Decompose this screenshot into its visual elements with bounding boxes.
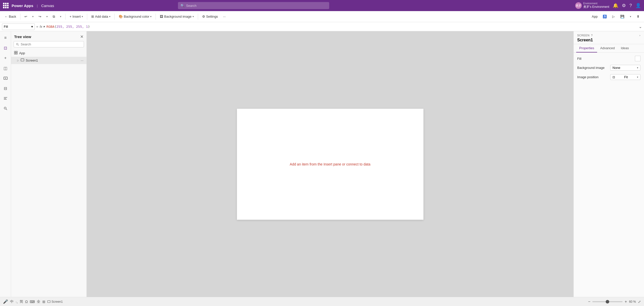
zoom-plus-button[interactable]: + [625,299,627,304]
keyboard-icon[interactable]: ⌨ [30,300,35,304]
save-dropdown[interactable]: ▾ [628,14,633,19]
tree-item-app[interactable]: App [11,49,86,57]
copy-chevron-icon: ▾ [60,15,61,18]
bg-color-label: Background color [124,15,149,18]
help-icon[interactable]: ? [629,3,632,8]
insert-plus-icon: + [70,15,72,18]
components-button[interactable]: ⊟ [1,84,10,93]
add-data-chevron-icon: ▾ [109,15,110,18]
copy-button[interactable]: ⧉ [51,14,57,20]
divider-2 [65,14,66,20]
back-label: Back [9,15,16,18]
redo-chevron-icon: ▾ [46,15,48,18]
img-position-value: Fit [624,75,628,79]
tree-view-title: Tree view [14,35,31,39]
screen-help-icon[interactable]: ? [591,34,593,37]
insert-button[interactable]: + Insert ▾ [68,14,85,19]
mic-icon[interactable]: 🎤 [3,299,8,304]
tab-ideas[interactable]: Ideas [618,44,632,52]
settings-icon[interactable]: ⚙ [622,3,626,8]
environment-block[interactable]: 勇罗 Environment 勇罗's Environment [575,2,609,9]
account-icon[interactable]: 👤 [635,3,641,8]
variables-button[interactable] [1,94,10,103]
fill-property-select[interactable]: Fill ▾ [2,23,35,30]
publish-icon: ⬆ [637,15,639,18]
chinese-icon-2[interactable]: 简 [20,299,23,304]
tree-search-bar[interactable] [14,41,84,47]
bottom-screen-name: Screen1 [51,300,63,303]
undo-dropdown[interactable]: ▾ [30,14,36,19]
notifications-icon[interactable]: 🔔 [613,3,618,8]
tree-search-icon [16,43,19,46]
formula-text[interactable]: RGBA(255, 255, 255, 1) [46,25,90,29]
zoom-value-label: 60 % [629,300,636,303]
zoom-minus-button[interactable]: − [588,299,590,304]
bg-image-label: Background image [164,15,191,18]
copy-icon: ⧉ [53,15,55,19]
fullwidth-icon[interactable]: 全 [37,299,40,304]
svg-rect-10 [21,59,24,61]
img-position-chevron-icon: ▾ [637,76,638,78]
tab-advanced[interactable]: Advanced [597,44,618,52]
bg-image-property-row: Background image None ▾ [577,65,640,71]
undo-button[interactable]: ↩ [22,14,29,19]
tree-close-button[interactable]: ✕ [80,34,83,39]
global-search-input[interactable] [186,4,327,8]
tab-properties[interactable]: Properties [576,44,597,52]
tree-search-input[interactable] [21,42,82,46]
svg-rect-11 [48,300,50,302]
settings-button[interactable]: ⚙ Settings [200,14,220,19]
media-button[interactable] [1,74,10,83]
fullscreen-icon[interactable]: ⤢ [638,300,641,304]
accessibility-button[interactable]: ♿ [601,14,609,19]
screen1-more-button[interactable]: ··· [81,59,83,62]
zoom-thumb[interactable] [606,300,609,303]
chinese-icon-1[interactable]: 中 [10,299,14,304]
zoom-slider[interactable] [592,301,623,302]
bottom-screen-label: Screen1 [47,300,63,303]
img-position-label: Image position [577,75,599,79]
undo-icon: ↩ [24,15,27,18]
tree-item-screen1[interactable]: ▷ Screen1 ··· [11,57,86,64]
img-position-property-row: Image position ⊡ Fit ▾ [577,74,640,80]
omega-icon[interactable]: Ω [25,300,28,304]
bg-image-dropdown[interactable]: None ▾ [610,65,640,71]
img-position-dropdown[interactable]: ⊡ Fit ▾ [610,74,640,80]
screen-icon [47,300,50,303]
global-search-bar[interactable]: 🔍 [178,2,329,9]
bg-color-button[interactable]: 🎨 Background color ▾ [117,14,154,19]
svg-rect-9 [16,53,17,54]
fill-property-label: Fill [577,57,581,61]
add-component-button[interactable]: + [1,53,10,63]
more-button[interactable]: ··· [221,14,228,19]
search-icon: 🔍 [180,4,185,8]
screens-button[interactable]: ⊡ [1,43,10,52]
redo-button[interactable]: ↪ [37,14,43,19]
app-item-icon [14,51,18,55]
screen-text: SCREEN [577,34,590,37]
screen-canvas[interactable]: Add an item from the Insert pane or conn… [237,109,423,220]
save-button[interactable]: 💾 [618,14,626,19]
data-button[interactable]: ◫ [1,64,10,73]
grid-icon[interactable]: ⊞ [42,300,45,304]
preview-button[interactable]: ▷ [610,14,617,19]
back-button[interactable]: ← Back [3,14,18,19]
toolbar-right: App ♿ ▷ 💾 ▾ ⬆ [592,14,641,19]
add-data-button[interactable]: ⊞ Add data ▾ [89,14,112,19]
fill-color-swatch[interactable] [635,56,640,61]
bg-image-chevron-icon: ▾ [637,66,638,69]
publish-button[interactable]: ⬆ [635,14,641,19]
apps-grid-icon[interactable] [3,3,9,8]
redo-dropdown[interactable]: ▾ [44,14,50,19]
right-panel-tabs: Properties Advanced Ideas [574,44,644,53]
hamburger-menu-button[interactable]: ≡ [1,33,10,42]
right-panel-collapse-icon[interactable]: › [639,34,640,37]
copy-dropdown[interactable]: ▾ [58,14,63,19]
bg-image-button[interactable]: 🖼 Background image ▾ [158,14,196,19]
search-sidebar-button[interactable] [1,104,10,113]
formula-expand-icon[interactable]: ⌄ [639,24,642,29]
back-arrow-icon: ← [5,15,8,18]
main-layout: ≡ ⊡ + ◫ ⊟ Tree view ✕ App [0,31,644,297]
punctuation-icon[interactable]: ·, [16,300,18,304]
screen1-item-label: Screen1 [26,59,38,62]
